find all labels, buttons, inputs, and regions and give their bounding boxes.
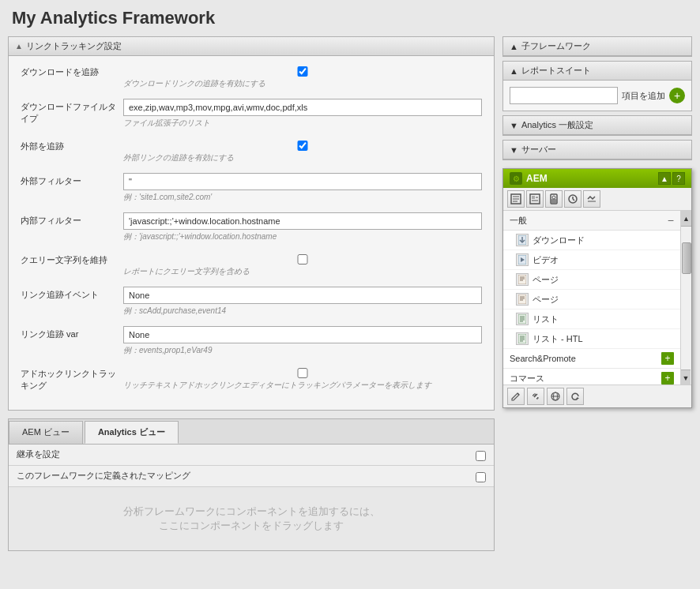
download-track-checkbox[interactable]: [123, 66, 482, 77]
inherit-checkbox[interactable]: [476, 451, 486, 461]
link-track-event-input[interactable]: [123, 287, 482, 304]
download-track-hint: ダウンロードリンクの追跡を有効にする: [123, 78, 482, 89]
link-tracking-header[interactable]: ▲ リンクトラッキング設定: [8, 36, 495, 56]
aem-tool-btn-4[interactable]: [564, 190, 581, 208]
aem-tool-btn-3[interactable]: [545, 190, 563, 208]
report-suite-header[interactable]: ▲ レポートスイート: [503, 62, 691, 81]
aem-tool-btn-5[interactable]: [583, 190, 600, 208]
aem-collapse-btn[interactable]: ▲: [658, 172, 671, 185]
aem-item-list[interactable]: リスト: [503, 310, 680, 329]
drop-zone-text: 分析フレームワークにコンポーネントを追加するには、 ここにコンポーネントをドラッ…: [123, 505, 380, 533]
report-suite-row: 項目を追加 +: [510, 87, 685, 104]
adhoc-track-checkbox[interactable]: [123, 368, 482, 378]
right-panel: ▲ 子フレームワーク ▲ レポートスイート 項目を追加 +: [502, 36, 692, 581]
aem-scrollbar[interactable]: ▲ ▼: [680, 211, 691, 385]
scroll-up-btn[interactable]: ▲: [681, 211, 691, 227]
aem-tool-btn-1[interactable]: [507, 190, 525, 208]
svg-point-10: [552, 196, 555, 199]
left-panel: ▲ リンクトラッキング設定 ダウンロードを追跡 ダウンロードリンクの追跡を有効に…: [8, 36, 495, 581]
query-maintain-checkbox[interactable]: [123, 254, 482, 264]
server-header[interactable]: ▼ サーバー: [503, 141, 691, 159]
aem-search-promote-plus[interactable]: +: [661, 352, 674, 365]
query-maintain-controls: レポートにクエリー文字列を含める: [123, 252, 482, 277]
aem-commerce-label: コマース: [510, 373, 544, 385]
aem-item-list-htl[interactable]: リスト - HTL: [503, 329, 680, 349]
internal-filter-hint: 例：'javascript:;'+window.location.hostnam…: [123, 231, 482, 242]
child-framework-header[interactable]: ▲ 子フレームワーク: [503, 37, 691, 56]
svg-rect-5: [532, 196, 535, 199]
adhoc-track-controls: リッチテキストアドホックリンクエディターにトラッキングパラメーターを表示します: [123, 366, 482, 391]
link-track-var-label: リンク追跡 var: [21, 326, 123, 340]
aem-body: 一般 − ダウンロード: [503, 211, 691, 385]
download-filetypes-row: ダウンロードファイルタイプ ファイル拡張子のリスト: [21, 99, 482, 129]
aem-minus-icon: −: [668, 214, 674, 227]
mapping-checkbox[interactable]: [476, 472, 486, 482]
svg-rect-9: [551, 199, 556, 203]
aem-download-icon: [516, 234, 529, 246]
aem-help-btn[interactable]: ?: [672, 172, 685, 185]
tabs-header: AEM ビュー Analytics ビュー: [9, 419, 494, 444]
download-filetypes-hint: ファイル拡張子のリスト: [123, 118, 482, 129]
aem-search-promote-row[interactable]: Search&Promote +: [503, 349, 680, 369]
aem-footer: [503, 385, 691, 407]
aem-general-header[interactable]: 一般 −: [503, 211, 680, 231]
link-track-var-input[interactable]: [123, 326, 482, 343]
aem-footer-link-btn[interactable]: [527, 388, 544, 405]
aem-item-video[interactable]: ビデオ: [503, 250, 680, 270]
scroll-down-btn[interactable]: ▼: [681, 370, 691, 385]
server-title: サーバー: [521, 144, 556, 156]
aem-video-icon: [516, 253, 529, 266]
scroll-thumb[interactable]: [682, 242, 691, 274]
aem-item-list-htl-label: リスト - HTL: [533, 333, 583, 345]
internal-filter-input[interactable]: [123, 212, 482, 230]
child-framework-title: 子フレームワーク: [521, 40, 591, 52]
analytics-general-header[interactable]: ▼ Analytics 一般設定: [503, 116, 691, 135]
link-track-event-hint: 例：scAdd,purchase,event14: [123, 306, 482, 317]
aem-item-list-label: リスト: [533, 313, 559, 325]
aem-item-page1[interactable]: ページ: [503, 270, 680, 290]
inherit-label: 継承を設定: [17, 448, 60, 460]
external-filter-hint: 例：'site1.com,site2.com': [123, 192, 482, 203]
aem-item-page2[interactable]: ページ: [503, 290, 680, 310]
svg-line-13: [573, 199, 574, 201]
aem-toolbar: [503, 188, 691, 211]
aem-item-page2-label: ページ: [533, 294, 559, 306]
analytics-general-title: Analytics 一般設定: [521, 119, 593, 131]
add-button[interactable]: +: [669, 88, 685, 103]
internal-filter-label: 内部フィルター: [21, 212, 123, 227]
aem-tool-btn-2[interactable]: [526, 190, 544, 208]
aem-item-page1-label: ページ: [533, 274, 559, 286]
external-track-checkbox[interactable]: [123, 141, 482, 151]
report-suite-title: レポートスイート: [521, 65, 591, 77]
internal-filter-row: 内部フィルター 例：'javascript:;'+window.location…: [21, 212, 482, 242]
aem-title-left: ⚙ AEM: [510, 172, 548, 185]
report-suite-input[interactable]: [510, 87, 618, 104]
child-framework-section: ▲ 子フレームワーク: [502, 36, 692, 57]
tab-aem[interactable]: AEM ビュー: [9, 421, 83, 444]
external-filter-label: 外部フィルター: [21, 173, 123, 187]
external-filter-input[interactable]: [123, 173, 482, 190]
tabs-section: AEM ビュー Analytics ビュー 継承を設定 このフレームワークに定義…: [8, 418, 495, 551]
aem-general-label: 一般: [510, 215, 527, 227]
external-track-row: 外部を追跡 外部リンクの追跡を有効にする: [21, 138, 482, 163]
aem-footer-edit-btn[interactable]: [507, 388, 525, 405]
external-track-hint: 外部リンクの追跡を有効にする: [123, 152, 482, 163]
aem-list-icon: [516, 313, 529, 325]
link-tracking-title: リンクトラッキング設定: [26, 40, 122, 52]
report-suite-arrow: ▲: [510, 66, 518, 76]
aem-title-controls: ▲ ?: [658, 172, 685, 185]
drop-zone[interactable]: 分析フレームワークにコンポーネントを追加するには、 ここにコンポーネントをドラッ…: [9, 487, 494, 550]
analytics-general-section: ▼ Analytics 一般設定: [502, 115, 692, 136]
link-tracking-form: ダウンロードを追跡 ダウンロードリンクの追跡を有効にする ダウンロードファイルタ…: [8, 56, 495, 411]
analytics-general-arrow: ▼: [510, 121, 518, 130]
external-filter-controls: 例：'site1.com,site2.com': [123, 173, 482, 203]
aem-commerce-plus[interactable]: +: [661, 372, 674, 385]
query-maintain-row: クエリー文字列を維持 レポートにクエリー文字列を含める: [21, 252, 482, 277]
aem-footer-globe-btn[interactable]: [547, 388, 564, 405]
download-filetypes-input[interactable]: [123, 99, 482, 116]
download-track-label: ダウンロードを追跡: [21, 64, 123, 78]
aem-footer-refresh-btn[interactable]: [566, 388, 584, 405]
aem-item-download[interactable]: ダウンロード: [503, 231, 680, 250]
tab-analytics[interactable]: Analytics ビュー: [85, 421, 179, 444]
aem-commerce-row[interactable]: コマース +: [503, 369, 680, 385]
